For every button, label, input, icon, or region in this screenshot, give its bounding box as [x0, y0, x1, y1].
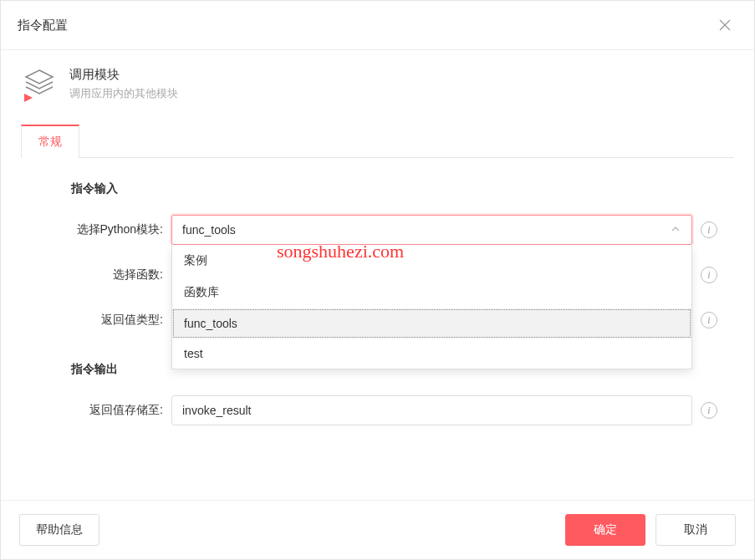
close-icon [718, 18, 732, 32]
label-function: 选择函数: [38, 267, 171, 283]
help-button[interactable]: 帮助信息 [19, 514, 99, 546]
close-button[interactable] [712, 13, 737, 38]
dialog-title: 指令配置 [18, 18, 68, 33]
info-icon[interactable]: i [701, 221, 717, 238]
info-icon[interactable]: i [701, 402, 717, 419]
dialog-body: 调用模块 调用应用内的其他模块 常规 指令输入 选择Python模块: i 案例… [1, 50, 754, 500]
info-icon[interactable]: i [701, 267, 717, 283]
dropdown-python-module: 案例 函数库 func_tools test [171, 245, 692, 369]
module-header: 调用模块 调用应用内的其他模块 [21, 67, 734, 104]
ok-button[interactable]: 确定 [565, 514, 645, 546]
label-python-module: 选择Python模块: [38, 222, 171, 237]
row-return-store: 返回值存储至: i [38, 395, 717, 425]
input-return-store[interactable] [171, 395, 692, 425]
row-python-module: 选择Python模块: i 案例 函数库 func_tools test [38, 215, 717, 245]
dropdown-item[interactable]: test [172, 339, 691, 369]
section-input-title: 指令输入 [71, 181, 717, 196]
tabs: 常规 [21, 124, 734, 158]
form-area: 指令输入 选择Python模块: i 案例 函数库 func_tools tes… [21, 158, 734, 457]
dropdown-item[interactable]: 案例 [172, 245, 691, 277]
dialog-footer: 帮助信息 确定 取消 [1, 500, 754, 559]
info-icon[interactable]: i [701, 312, 717, 328]
input-python-module[interactable] [171, 215, 692, 245]
label-return-store: 返回值存储至: [38, 403, 171, 418]
dropdown-item[interactable]: func_tools [172, 308, 691, 339]
label-return-type: 返回值类型: [38, 313, 171, 328]
module-title: 调用模块 [69, 67, 178, 83]
module-description: 调用应用内的其他模块 [69, 86, 178, 101]
cancel-button[interactable]: 取消 [656, 514, 736, 546]
dropdown-item[interactable]: 函数库 [172, 277, 691, 308]
tab-general[interactable]: 常规 [21, 125, 79, 158]
dialog-header: 指令配置 [1, 1, 754, 50]
module-icon [21, 67, 58, 104]
